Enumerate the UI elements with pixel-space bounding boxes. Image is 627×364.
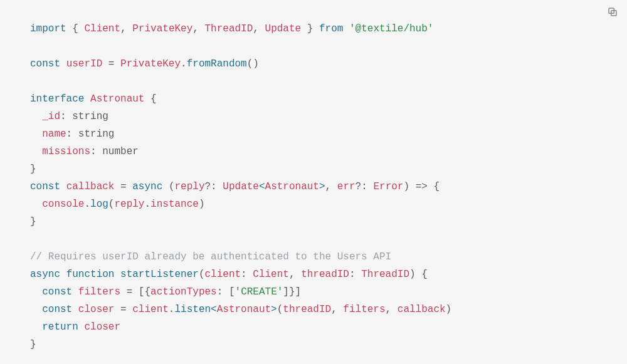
code-content: import { Client, PrivateKey, ThreadID, U… xyxy=(30,20,597,353)
code-block: import { Client, PrivateKey, ThreadID, U… xyxy=(0,0,627,364)
copy-icon[interactable] xyxy=(607,6,618,18)
